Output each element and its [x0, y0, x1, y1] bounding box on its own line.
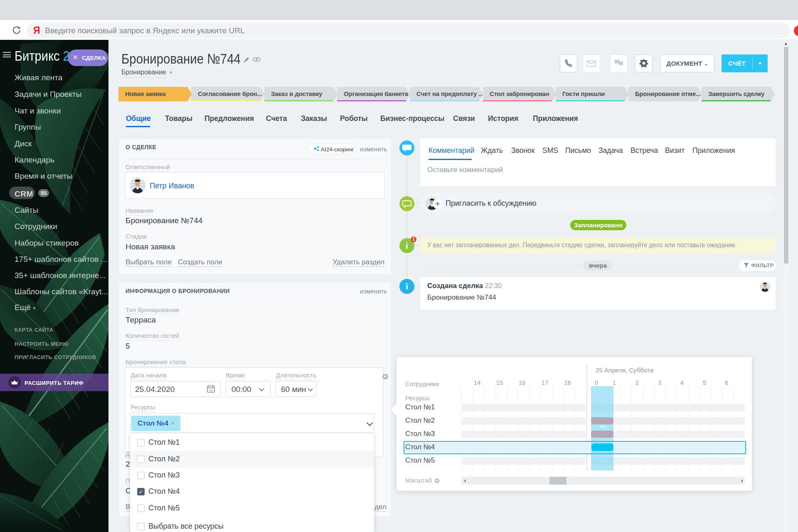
svg-text:24: 24: [209, 389, 213, 392]
